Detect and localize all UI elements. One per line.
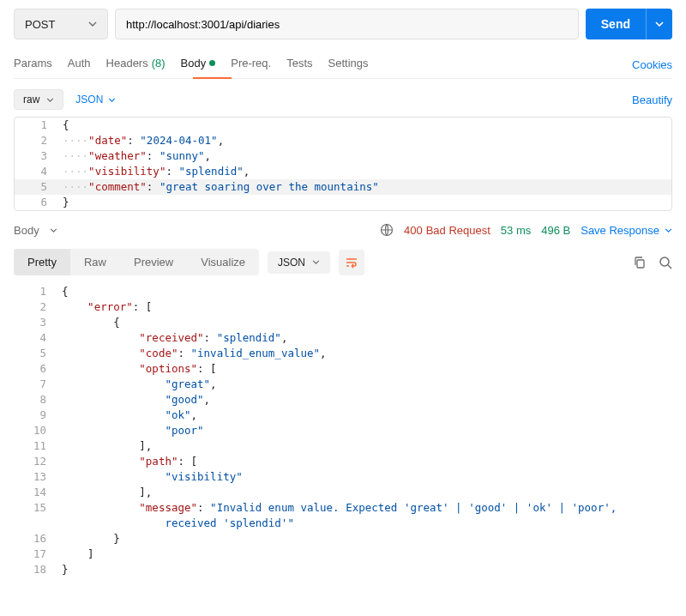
response-view-tabs: Pretty Raw Preview Visualize bbox=[14, 249, 259, 275]
send-split-chevron[interactable] bbox=[646, 9, 672, 39]
tab-pretty[interactable]: Pretty bbox=[14, 249, 70, 275]
editor-line: 1{ bbox=[14, 284, 672, 299]
editor-line: 8 "good", bbox=[14, 392, 672, 408]
tab-auth[interactable]: Auth bbox=[68, 51, 91, 78]
tab-body[interactable]: Body bbox=[181, 51, 216, 78]
body-subtabs: raw JSON Beautify bbox=[14, 79, 672, 117]
editor-line[interactable]: 6} bbox=[15, 195, 671, 210]
editor-line[interactable]: 3····"weather": "sunny", bbox=[15, 148, 671, 164]
request-row: POST Send bbox=[14, 9, 672, 39]
response-toolbar: Pretty Raw Preview Visualize JSON bbox=[14, 244, 672, 284]
editor-line: 2 "error": [ bbox=[14, 299, 672, 315]
editor-line[interactable]: 2····"date": "2024-04-01", bbox=[15, 133, 671, 148]
tab-settings[interactable]: Settings bbox=[328, 51, 369, 78]
response-time: 53 ms bbox=[501, 224, 531, 237]
response-format-select[interactable]: JSON bbox=[268, 251, 330, 274]
svg-rect-1 bbox=[637, 260, 644, 268]
editor-line: 17 ] bbox=[14, 547, 672, 562]
tab-tests[interactable]: Tests bbox=[286, 51, 312, 78]
body-type-select[interactable]: raw bbox=[14, 89, 63, 110]
editor-line: 4 "received": "splendid", bbox=[14, 330, 672, 346]
request-tabs: Params Auth Headers (8) Body Pre-req. Te… bbox=[14, 51, 672, 79]
response-body-viewer[interactable]: 1{2 "error": [3 {4 "received": "splendid… bbox=[14, 284, 672, 577]
search-icon[interactable] bbox=[659, 256, 672, 269]
method-label: POST bbox=[25, 18, 55, 31]
editor-line: 12 "path": [ bbox=[14, 454, 672, 469]
status-code: 400 bbox=[404, 224, 423, 237]
chevron-down-icon[interactable] bbox=[50, 228, 57, 233]
response-header: Body 400 Bad Request 53 ms 496 B Save Re… bbox=[14, 211, 672, 244]
headers-count: (8) bbox=[152, 57, 165, 69]
editor-line: 14 ], bbox=[14, 485, 672, 500]
editor-line: 9 "ok", bbox=[14, 408, 672, 423]
editor-line: 3 { bbox=[14, 315, 672, 330]
editor-line: 18} bbox=[14, 562, 672, 577]
status-text: Bad Request bbox=[426, 224, 490, 237]
save-response-button[interactable]: Save Response bbox=[581, 224, 672, 237]
chevron-down-icon bbox=[312, 260, 320, 264]
url-input[interactable] bbox=[115, 9, 579, 39]
active-tab-underline bbox=[193, 77, 232, 79]
modified-dot-icon bbox=[209, 60, 215, 66]
editor-line: 15 "message": "Invalid enum value. Expec… bbox=[14, 500, 672, 531]
editor-line[interactable]: 1{ bbox=[15, 118, 671, 133]
chevron-down-icon bbox=[108, 98, 116, 102]
response-size: 496 B bbox=[541, 224, 570, 237]
tab-preview[interactable]: Preview bbox=[120, 249, 187, 275]
editor-line: 5 "code": "invalid_enum_value", bbox=[14, 346, 672, 361]
cookies-link[interactable]: Cookies bbox=[632, 58, 672, 71]
editor-line: 16 } bbox=[14, 531, 672, 547]
chevron-down-icon bbox=[88, 21, 97, 27]
request-body-editor[interactable]: 1{2····"date": "2024-04-01",3····"weathe… bbox=[14, 117, 672, 211]
chevron-down-icon bbox=[665, 228, 672, 233]
copy-icon[interactable] bbox=[633, 256, 647, 269]
response-body-label[interactable]: Body bbox=[14, 224, 39, 237]
editor-line: 10 "poor" bbox=[14, 423, 672, 438]
tab-headers[interactable]: Headers (8) bbox=[106, 51, 165, 78]
editor-line: 11 ], bbox=[14, 438, 672, 454]
chevron-down-icon bbox=[46, 98, 54, 102]
tab-visualize[interactable]: Visualize bbox=[187, 249, 259, 275]
beautify-link[interactable]: Beautify bbox=[632, 94, 672, 106]
body-format-select[interactable]: JSON bbox=[75, 94, 116, 106]
send-button[interactable]: Send bbox=[586, 9, 672, 39]
svg-point-2 bbox=[660, 257, 669, 266]
editor-line: 7 "great", bbox=[14, 377, 672, 392]
editor-line: 6 "options": [ bbox=[14, 361, 672, 377]
editor-line[interactable]: 5····"comment": "great soaring over the … bbox=[15, 179, 671, 195]
tab-params[interactable]: Params bbox=[14, 51, 52, 78]
editor-line[interactable]: 4····"visibility": "splendid", bbox=[15, 164, 671, 179]
tab-prereq[interactable]: Pre-req. bbox=[231, 51, 271, 78]
wrap-lines-button[interactable] bbox=[339, 250, 364, 275]
method-select[interactable]: POST bbox=[14, 9, 108, 39]
editor-line: 13 "visibility" bbox=[14, 469, 672, 485]
network-globe-icon[interactable] bbox=[380, 223, 394, 237]
tab-raw[interactable]: Raw bbox=[70, 249, 120, 275]
send-label: Send bbox=[586, 17, 646, 31]
